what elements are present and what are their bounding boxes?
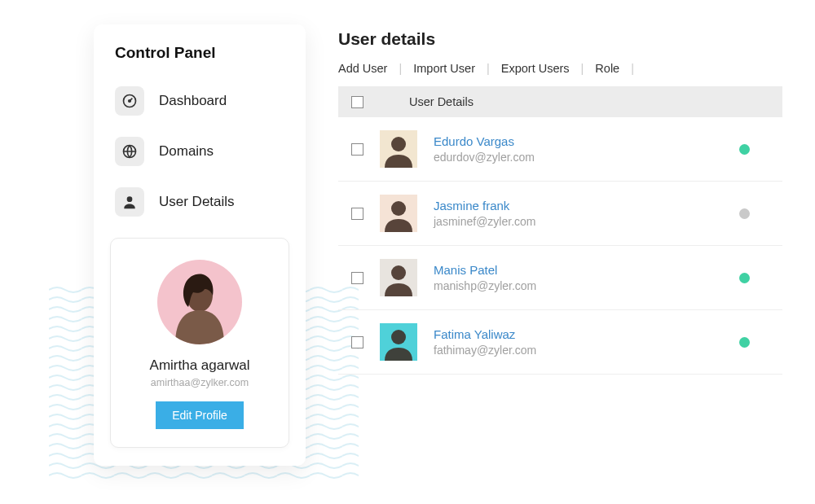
row-checkbox[interactable]: [351, 208, 363, 220]
svg-point-5: [391, 137, 406, 151]
import-user-action[interactable]: Import User: [413, 62, 475, 75]
gauge-icon: [115, 86, 144, 116]
user-name-link[interactable]: Edurdo Vargas: [434, 134, 723, 148]
globe-icon: [115, 137, 144, 166]
row-checkbox[interactable]: [351, 143, 363, 156]
user-info: Edurdo Vargasedurdov@zyler.com: [434, 134, 723, 164]
table-row: Manis Patelmanishp@zyler.com: [338, 246, 782, 310]
svg-point-6: [391, 201, 406, 216]
sidebar-item-user-details[interactable]: User Details: [110, 181, 289, 223]
profile-email: amirthaa@zylker.com: [126, 377, 274, 388]
user-avatar: [380, 259, 417, 296]
user-avatar: [380, 195, 417, 232]
role-action[interactable]: Role: [595, 62, 619, 75]
sidebar-title: Control Panel: [110, 44, 289, 62]
status-indicator: [739, 144, 750, 155]
user-icon: [115, 187, 144, 217]
user-avatar: [380, 323, 417, 361]
page-title: User details: [338, 29, 782, 49]
user-email: manishp@zyler.com: [434, 279, 723, 292]
svg-point-8: [391, 330, 406, 344]
avatar-silhouette-icon: [380, 259, 417, 296]
user-info: Manis Patelmanishp@zyler.com: [434, 263, 723, 292]
status-indicator: [739, 273, 750, 283]
svg-point-7: [391, 265, 406, 280]
table-header-label: User Details: [409, 95, 474, 108]
user-name-link[interactable]: Manis Patel: [434, 263, 723, 277]
profile-name: Amirtha agarwal: [126, 357, 274, 374]
sidebar-item-dashboard[interactable]: Dashboard: [110, 80, 289, 122]
profile-avatar: [157, 260, 242, 344]
avatar-silhouette-icon: [167, 270, 232, 344]
user-name-link[interactable]: Fatima Yaliwaz: [434, 327, 723, 341]
status-indicator: [739, 208, 750, 219]
nav-label: Domains: [159, 143, 214, 160]
avatar-silhouette-icon: [380, 195, 417, 232]
table-header-row: User Details: [338, 86, 782, 117]
select-all-checkbox[interactable]: [351, 96, 363, 108]
user-info: Jasmine frankjasminef@zyler.com: [434, 199, 723, 228]
row-checkbox[interactable]: [351, 336, 363, 348]
main-content: User details Add User | Import User | Ex…: [338, 24, 782, 466]
action-bar: Add User | Import User | Export Users | …: [338, 62, 782, 75]
table-row: Jasmine frankjasminef@zyler.com: [338, 182, 782, 246]
user-email: jasminef@zyler.com: [434, 215, 723, 228]
user-email: edurdov@zyler.com: [434, 151, 723, 164]
table-row: Edurdo Vargasedurdov@zyler.com: [338, 117, 782, 182]
sidebar: Control Panel Dashboard Domains: [94, 24, 306, 466]
user-email: fathimay@zyler.com: [434, 344, 723, 357]
avatar-silhouette-icon: [380, 323, 417, 361]
row-checkbox[interactable]: [351, 272, 363, 284]
status-indicator: [739, 337, 750, 348]
user-name-link[interactable]: Jasmine frank: [434, 199, 723, 213]
export-users-action[interactable]: Export Users: [501, 62, 570, 75]
svg-point-4: [127, 196, 133, 202]
sidebar-item-domains[interactable]: Domains: [110, 130, 289, 173]
add-user-action[interactable]: Add User: [338, 62, 387, 75]
profile-card: Amirtha agarwal amirthaa@zylker.com Edit…: [110, 238, 289, 448]
nav-label: User Details: [159, 194, 235, 210]
avatar-silhouette-icon: [380, 130, 417, 168]
user-info: Fatima Yaliwazfathimay@zyler.com: [434, 327, 723, 357]
svg-point-2: [129, 100, 131, 103]
edit-profile-button[interactable]: Edit Profile: [156, 401, 244, 429]
table-row: Fatima Yaliwazfathimay@zyler.com: [338, 310, 782, 375]
nav-label: Dashboard: [159, 93, 227, 109]
user-avatar: [380, 130, 417, 168]
